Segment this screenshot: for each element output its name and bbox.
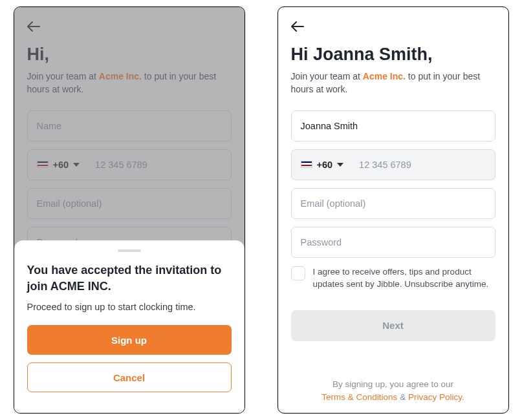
footer-line: By signing up, you agree to our bbox=[332, 379, 453, 389]
subtitle: Join your team at Acme Inc. to put in yo… bbox=[291, 70, 495, 96]
consent-checkbox[interactable] bbox=[291, 266, 305, 280]
flag-icon bbox=[301, 161, 312, 168]
signup-form: Hi Joanna Smith, Join your team at Acme … bbox=[278, 7, 508, 413]
country-code: +60 bbox=[317, 160, 333, 170]
phone-left: Hi, Join your team at Acme Inc. to put i… bbox=[14, 6, 245, 414]
subtitle-pre: Join your team at bbox=[291, 71, 363, 81]
company-link[interactable]: Acme Inc. bbox=[363, 71, 406, 81]
cancel-button[interactable]: Cancel bbox=[27, 362, 232, 392]
terms-link[interactable]: Terms & Conditions bbox=[321, 392, 397, 402]
phone-right: Hi Joanna Smith, Join your team at Acme … bbox=[277, 6, 509, 414]
sign-up-button[interactable]: Sign up bbox=[27, 325, 232, 355]
footer-amp: & bbox=[397, 392, 408, 402]
legal-footer: By signing up, you agree to our Terms & … bbox=[291, 378, 495, 404]
chevron-down-icon bbox=[337, 163, 343, 167]
greeting-title: Hi Joanna Smith, bbox=[291, 45, 495, 65]
country-code-selector[interactable]: +60 bbox=[292, 160, 351, 170]
sheet-drag-handle[interactable] bbox=[118, 249, 141, 252]
phone-input-row[interactable]: +60 12 345 6789 bbox=[291, 149, 495, 180]
password-input[interactable]: Password bbox=[291, 227, 495, 258]
next-button[interactable]: Next bbox=[291, 310, 495, 341]
invitation-sheet: You have accepted the invitation to join… bbox=[14, 240, 245, 413]
name-input[interactable]: Joanna Smith bbox=[291, 110, 495, 142]
phone-number-input[interactable]: 12 345 6789 bbox=[350, 160, 494, 170]
sheet-subtitle: Proceed to sign up to start clocking tim… bbox=[27, 302, 232, 312]
privacy-link[interactable]: Privacy Policy. bbox=[408, 392, 464, 402]
email-input[interactable]: Email (optional) bbox=[291, 188, 495, 219]
consent-text: I agree to receive offers, tips and prod… bbox=[313, 266, 495, 291]
consent-row: I agree to receive offers, tips and prod… bbox=[291, 266, 495, 291]
back-arrow-icon[interactable] bbox=[291, 19, 304, 36]
sheet-title: You have accepted the invitation to join… bbox=[27, 262, 232, 294]
